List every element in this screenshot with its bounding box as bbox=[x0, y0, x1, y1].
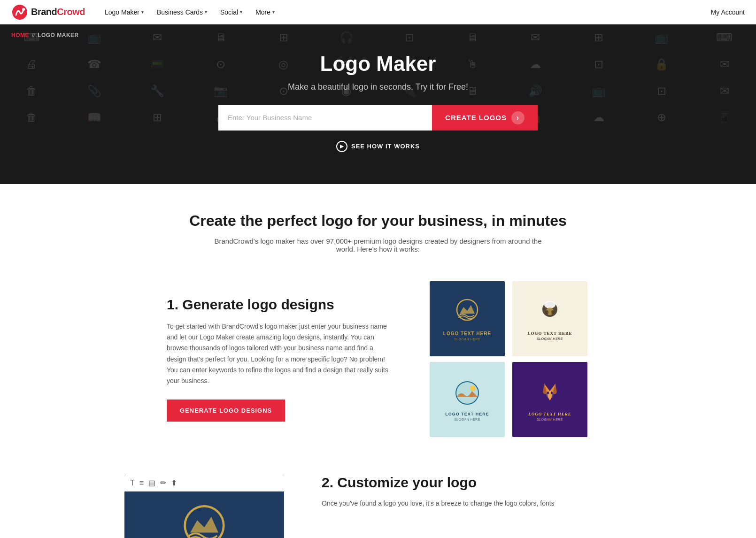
mountain-wave-logo-icon bbox=[452, 297, 482, 327]
align-tool-icon[interactable]: ≡ bbox=[139, 479, 144, 487]
breadcrumb-current: LOGO MAKER bbox=[38, 32, 79, 38]
svg-point-1 bbox=[22, 8, 25, 11]
bg-icon: ⊡ bbox=[567, 51, 630, 78]
bg-icon: 🖥 bbox=[441, 24, 504, 51]
bg-icon: ⊞ bbox=[567, 24, 630, 51]
arrow-right-icon: › bbox=[511, 111, 525, 124]
chevron-down-icon: ▾ bbox=[240, 9, 242, 15]
bg-icon: 📷 bbox=[189, 77, 252, 104]
bg-icon: 📎 bbox=[63, 77, 126, 104]
chevron-down-icon: ▾ bbox=[272, 9, 275, 15]
bg-icon: 🗑 bbox=[0, 77, 63, 104]
bg-icon: ✉ bbox=[693, 77, 756, 104]
logo-card-2: LOGO TEXT HERE Slogan Here bbox=[512, 281, 587, 356]
bg-icon: 📺 bbox=[630, 24, 693, 51]
bg-icon: ⊡ bbox=[630, 77, 693, 104]
landscape-logo-icon bbox=[452, 378, 482, 408]
bg-icon: ⊞ bbox=[126, 104, 189, 131]
preview-logo-icon bbox=[176, 501, 232, 538]
main-nav: Logo Maker ▾ Business Cards ▾ Social ▾ M… bbox=[98, 0, 711, 24]
logo-brand-text: Brand bbox=[31, 7, 57, 17]
nav-item-more[interactable]: More ▾ bbox=[249, 0, 281, 24]
customize-logo-preview bbox=[124, 492, 284, 538]
breadcrumb: HOME // LOGO MAKER bbox=[11, 32, 79, 38]
navbar: BrandCrowd Logo Maker ▾ Business Cards ▾… bbox=[0, 0, 756, 24]
bg-icon: 🎧 bbox=[315, 24, 378, 51]
generate-logos-button[interactable]: GENERATE LOGO DESIGNS bbox=[167, 400, 285, 422]
bg-icon: 🖱 bbox=[441, 51, 504, 78]
text-tool-icon[interactable]: T bbox=[130, 479, 135, 487]
create-logos-button[interactable]: CREATE LOGOS › bbox=[432, 105, 538, 131]
svg-point-6 bbox=[546, 310, 548, 314]
hero-background: ⌨ 📺 ✉ 🖥 ⊞ 🎧 ⊡ 🖥 ✉ ⊞ 📺 ⌨ 🖨 ☎ 📟 ⊙ ◎ ⊕ 📱 🖱 … bbox=[0, 24, 756, 184]
logo-card-1-text: Logo Text Here bbox=[443, 330, 491, 337]
bg-icon: 🔊 bbox=[504, 77, 567, 104]
bg-icon: ✉ bbox=[504, 24, 567, 51]
nav-item-social[interactable]: Social ▾ bbox=[214, 0, 249, 24]
svg-point-4 bbox=[544, 301, 555, 308]
brandcrowd-logo-icon bbox=[11, 4, 28, 21]
section-perfect-logo: Create the perfect logo for your busines… bbox=[0, 184, 756, 272]
nav-item-logo-maker[interactable]: Logo Maker ▾ bbox=[98, 0, 150, 24]
perfect-logo-title: Create the perfect logo for your busines… bbox=[11, 212, 745, 230]
customize-preview-panel: T ≡ ▤ ✏ ⬆ + − bbox=[124, 475, 284, 538]
section-customize: T ≡ ▤ ✏ ⬆ + − 2. Customize your logo Onc… bbox=[96, 465, 660, 538]
brand-logo[interactable]: BrandCrowd bbox=[11, 4, 85, 21]
logo-card-1: Logo Text Here Slogan Here bbox=[430, 281, 505, 356]
generate-step-title: 1. Generate logo designs bbox=[167, 297, 392, 313]
logo-card-4-slogan: Slogan Here bbox=[537, 418, 563, 421]
logo-card-3-slogan: SLOGAN HERE bbox=[454, 418, 480, 421]
breadcrumb-home-link[interactable]: HOME bbox=[11, 32, 29, 38]
bg-icon: 📟 bbox=[126, 51, 189, 78]
bg-icon: ☁ bbox=[567, 104, 630, 131]
perfect-logo-description: BrandCrowd's logo maker has over 97,000+… bbox=[214, 237, 542, 253]
generate-content: 1. Generate logo designs To get started … bbox=[167, 297, 392, 422]
bg-icon: 🗑 bbox=[0, 104, 63, 131]
bg-icon: ✉ bbox=[126, 24, 189, 51]
bg-icon: 🖨 bbox=[0, 51, 63, 78]
bg-icon: ⌨ bbox=[693, 24, 756, 51]
svg-point-12 bbox=[547, 392, 549, 394]
svg-point-10 bbox=[470, 385, 476, 391]
bg-icon: ⊞ bbox=[252, 24, 315, 51]
pattern-tool-icon[interactable]: ▤ bbox=[148, 478, 155, 487]
generate-description: To get started with BrandCrowd's logo ma… bbox=[167, 321, 392, 386]
svg-point-7 bbox=[551, 310, 554, 314]
logo-card-3-text: LOGO TEXT HERE bbox=[445, 412, 489, 417]
bg-icon: 📖 bbox=[63, 104, 126, 131]
bg-icon: ⊙ bbox=[189, 51, 252, 78]
logo-card-4-text: LOGO TEXT HERE bbox=[528, 412, 571, 417]
breadcrumb-separator: // bbox=[32, 32, 35, 38]
my-account-link[interactable]: My Account bbox=[711, 8, 745, 16]
logo-card-2-slogan: Slogan Here bbox=[537, 337, 563, 340]
bg-icon: 🔧 bbox=[126, 77, 189, 104]
bg-icon: 📺 bbox=[567, 77, 630, 104]
bg-icon: ⊕ bbox=[630, 104, 693, 131]
hero-search-row: CREATE LOGOS › bbox=[218, 105, 538, 131]
bg-icon: 📱 bbox=[693, 104, 756, 131]
fox-logo-icon bbox=[535, 378, 565, 408]
pen-tool-icon[interactable]: ✏ bbox=[160, 478, 166, 487]
see-how-it-works-link[interactable]: ▶ SEE HOW IT WORKS bbox=[336, 141, 420, 152]
bg-icon: ◎ bbox=[252, 51, 315, 78]
bg-icon: 🖥 bbox=[189, 24, 252, 51]
logo-crowd-text: Crowd bbox=[57, 7, 85, 17]
logo-card-1-slogan: Slogan Here bbox=[454, 338, 480, 341]
svg-point-13 bbox=[551, 392, 553, 394]
section-generate: 1. Generate logo designs To get started … bbox=[96, 272, 660, 465]
business-name-input[interactable] bbox=[218, 105, 432, 131]
bg-icon: ☎ bbox=[63, 51, 126, 78]
hero-subtitle: Make a beautiful logo in seconds. Try it… bbox=[288, 82, 468, 92]
customize-step-title: 2. Customize your logo bbox=[322, 475, 632, 491]
logo-card-3: LOGO TEXT HERE SLOGAN HERE bbox=[430, 362, 505, 437]
chef-logo-icon bbox=[535, 297, 565, 327]
customize-description: Once you've found a logo you love, it's … bbox=[322, 498, 632, 509]
customize-toolbar: T ≡ ▤ ✏ ⬆ bbox=[124, 475, 284, 492]
bg-icon: ✉ bbox=[693, 51, 756, 78]
upload-tool-icon[interactable]: ⬆ bbox=[171, 478, 177, 487]
hero-section: ⌨ 📺 ✉ 🖥 ⊞ 🎧 ⊡ 🖥 ✉ ⊞ 📺 ⌨ 🖨 ☎ 📟 ⊙ ◎ ⊕ 📱 🖱 … bbox=[0, 24, 756, 184]
logo-card-2-text: LOGO TEXT HERE bbox=[527, 331, 572, 337]
nav-item-business-cards[interactable]: Business Cards ▾ bbox=[150, 0, 214, 24]
customize-content: 2. Customize your logo Once you've found… bbox=[322, 475, 632, 509]
chevron-down-icon: ▾ bbox=[141, 9, 144, 15]
